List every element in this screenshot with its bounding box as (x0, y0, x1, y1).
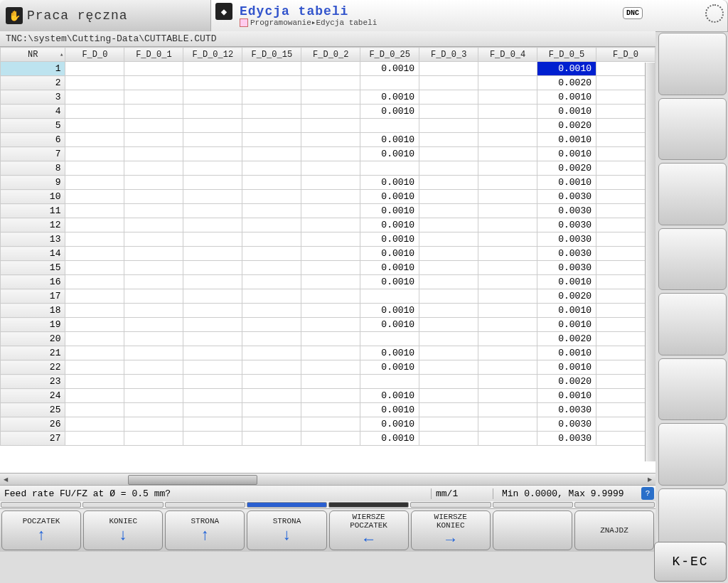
cell[interactable] (183, 261, 242, 275)
cell[interactable] (242, 432, 301, 446)
table-row[interactable]: 220.00100.0010 (1, 360, 655, 375)
softkey[interactable]: WIERSZE KONIEC→ (411, 510, 491, 550)
cell[interactable] (242, 346, 301, 360)
cell[interactable] (242, 318, 301, 332)
cell[interactable] (65, 90, 124, 105)
cell[interactable] (242, 190, 301, 204)
cell[interactable] (65, 204, 124, 218)
cell[interactable] (65, 275, 124, 289)
cell[interactable] (124, 190, 183, 204)
cell[interactable]: 0.0020 (537, 119, 596, 133)
cell[interactable] (183, 119, 242, 133)
table-row[interactable]: 90.00100.0010 (1, 176, 655, 190)
cell[interactable] (65, 332, 124, 346)
cell[interactable] (360, 289, 419, 304)
cell[interactable] (301, 403, 360, 417)
cell[interactable] (419, 417, 478, 432)
cell[interactable] (65, 261, 124, 275)
cell[interactable] (478, 90, 537, 105)
cell[interactable] (478, 332, 537, 346)
cell[interactable]: 0.0030 (537, 247, 596, 261)
cell[interactable] (419, 275, 478, 289)
cell[interactable] (124, 105, 183, 119)
cell[interactable]: 0.0010 (360, 432, 419, 446)
cell[interactable] (65, 417, 124, 432)
mode-tab-manual[interactable]: ✋ Praca ręczna (0, 0, 211, 31)
cell[interactable] (124, 432, 183, 446)
cell[interactable]: 0.0010 (537, 147, 596, 161)
cell[interactable] (301, 318, 360, 332)
cell[interactable] (478, 62, 537, 76)
cell[interactable] (124, 176, 183, 190)
cell[interactable] (65, 147, 124, 161)
table-row[interactable]: 40.00100.0010 (1, 105, 655, 119)
cell[interactable]: 0.0010 (537, 360, 596, 375)
cell[interactable] (183, 247, 242, 261)
cell[interactable] (65, 62, 124, 76)
cell[interactable] (242, 261, 301, 275)
cell[interactable] (124, 261, 183, 275)
cell[interactable] (183, 147, 242, 161)
cell[interactable] (124, 62, 183, 76)
table-row[interactable]: 160.00100.0010 (1, 275, 655, 289)
cell[interactable] (183, 289, 242, 304)
table-row[interactable]: 250.00100.0030 (1, 403, 655, 417)
cell[interactable] (419, 247, 478, 261)
cell[interactable]: 0.0010 (360, 275, 419, 289)
cell[interactable] (478, 403, 537, 417)
cell[interactable] (419, 190, 478, 204)
cell[interactable] (478, 375, 537, 389)
column-header[interactable]: F_D_0_25 (360, 48, 419, 62)
cell[interactable]: 0.0030 (537, 261, 596, 275)
cell[interactable] (65, 289, 124, 304)
cell[interactable]: 0.0010 (360, 247, 419, 261)
cell[interactable] (242, 105, 301, 119)
cell[interactable] (419, 332, 478, 346)
cell[interactable] (360, 161, 419, 176)
cell[interactable] (65, 176, 124, 190)
cell[interactable]: 0.0020 (537, 161, 596, 176)
cell[interactable]: 0.0010 (360, 204, 419, 218)
cell[interactable]: 0.0010 (360, 147, 419, 161)
cell[interactable] (65, 403, 124, 417)
cell[interactable] (478, 232, 537, 247)
table-row[interactable]: 120.00100.0030 (1, 218, 655, 232)
table-row[interactable]: 80.0020 (1, 161, 655, 176)
table-row[interactable]: 110.00100.0030 (1, 204, 655, 218)
table-row[interactable]: 30.00100.0010 (1, 90, 655, 105)
cell[interactable] (478, 417, 537, 432)
table-row[interactable]: 100.00100.0030 (1, 190, 655, 204)
cell[interactable] (124, 133, 183, 147)
cell[interactable]: 0.0010 (360, 346, 419, 360)
column-header[interactable]: F_D_0_12 (183, 48, 242, 62)
cell[interactable] (478, 346, 537, 360)
cell[interactable] (124, 389, 183, 403)
column-header[interactable]: F_D_0_3 (419, 48, 478, 62)
cell[interactable] (478, 247, 537, 261)
page-seg[interactable] (574, 502, 655, 508)
softkey[interactable]: STRONA↑ (165, 510, 245, 550)
cell[interactable] (419, 261, 478, 275)
data-table[interactable]: NR▴F_D_0F_D_0_1F_D_0_12F_D_0_15F_D_0_2F_… (0, 47, 655, 446)
cell[interactable] (478, 318, 537, 332)
cell[interactable] (419, 147, 478, 161)
kec-button[interactable]: K-EC (654, 542, 727, 582)
cell[interactable] (242, 204, 301, 218)
cell[interactable] (242, 360, 301, 375)
cell[interactable] (183, 332, 242, 346)
dnc-badge[interactable]: DNC (623, 7, 643, 19)
cell[interactable] (183, 176, 242, 190)
horizontal-scrollbar[interactable]: ◂ ▸ (0, 473, 655, 485)
table-row[interactable]: 130.00100.0030 (1, 232, 655, 247)
cell[interactable] (301, 304, 360, 318)
cell[interactable]: 0.0030 (537, 190, 596, 204)
cell[interactable]: 0.0010 (537, 275, 596, 289)
cell[interactable] (478, 147, 537, 161)
cell[interactable] (301, 147, 360, 161)
table-row[interactable]: 200.0020 (1, 332, 655, 346)
cell[interactable]: 0.0010 (360, 105, 419, 119)
right-softkey[interactable] (658, 163, 727, 225)
cell[interactable] (478, 275, 537, 289)
cell[interactable] (301, 62, 360, 76)
cell[interactable] (301, 432, 360, 446)
